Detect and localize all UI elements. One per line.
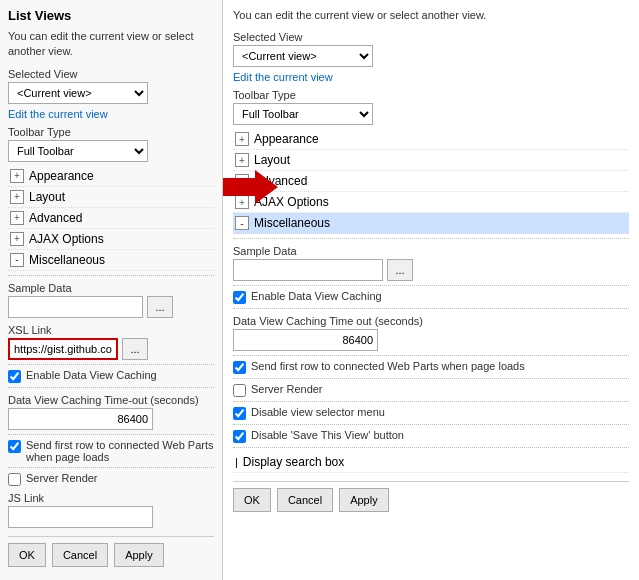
left-caching-timeout-label: Data View Caching Time-out (seconds): [8, 394, 214, 406]
left-xsl-link-btn[interactable]: ...: [122, 338, 148, 360]
right-tree-layout[interactable]: + Layout: [233, 150, 629, 171]
right-divider1: [233, 238, 629, 239]
right-checkbox-send-first-input[interactable]: [233, 361, 246, 374]
left-checkbox-caching: Enable Data View Caching: [8, 369, 214, 383]
right-divider2: [233, 285, 629, 286]
left-checkbox-caching-input[interactable]: [8, 370, 21, 383]
right-cancel-btn[interactable]: Cancel: [277, 488, 333, 512]
right-tree-appearance[interactable]: + Appearance: [233, 129, 629, 150]
left-toolbar-select[interactable]: Full Toolbar: [8, 140, 148, 162]
right-caching-timeout-label: Data View Caching Time out (seconds): [233, 315, 629, 327]
right-selected-view-row: <Current view>: [233, 45, 629, 67]
right-tree-advanced[interactable]: + Advanced: [233, 171, 629, 192]
right-checkbox-caching-input[interactable]: [233, 291, 246, 304]
left-tree-layout[interactable]: + Layout: [8, 187, 214, 208]
left-tree-misc[interactable]: - Miscellaneous: [8, 250, 214, 271]
right-tree-appearance-label: Appearance: [254, 132, 319, 146]
right-apply-btn[interactable]: Apply: [339, 488, 389, 512]
right-sample-data-btn[interactable]: ...: [387, 259, 413, 281]
left-selected-view-select[interactable]: <Current view>: [8, 82, 148, 104]
left-xsl-link-row: ...: [8, 338, 214, 360]
right-divider7: [233, 424, 629, 425]
divider3: [8, 387, 214, 388]
plus-icon: +: [10, 190, 24, 204]
left-checkbox-server-render-label: Server Render: [26, 472, 98, 484]
left-sample-data-label: Sample Data: [8, 282, 214, 294]
right-panel-inner: You can edit the current view or select …: [233, 8, 629, 512]
right-checkbox-disable-selector-input[interactable]: [233, 407, 246, 420]
minus-icon: -: [235, 216, 249, 230]
left-js-link-label: JS Link: [8, 492, 214, 504]
left-tree-advanced[interactable]: + Advanced: [8, 208, 214, 229]
right-tree-ajax[interactable]: + AJAX Options: [233, 192, 629, 213]
left-checkbox-server-render-input[interactable]: [8, 473, 21, 486]
left-checkbox-send-first-input[interactable]: [8, 440, 21, 453]
left-tree-advanced-label: Advanced: [29, 211, 82, 225]
right-checkbox-disable-selector-label: Disable view selector menu: [251, 406, 385, 418]
left-sample-data-row: ...: [8, 296, 214, 318]
left-caching-timeout-row: [8, 408, 214, 430]
divider1: [8, 275, 214, 276]
left-panel-desc: You can edit the current view or select …: [8, 29, 214, 60]
right-divider8: [233, 447, 629, 448]
right-panel: You can edit the current view or select …: [223, 0, 639, 580]
right-tree-misc[interactable]: - Miscellaneous: [233, 213, 629, 234]
left-selected-view-label: Selected View: [8, 68, 214, 80]
left-tree-ajax-label: AJAX Options: [29, 232, 104, 246]
left-checkbox-server-render: Server Render: [8, 472, 214, 486]
left-panel-title: List Views: [8, 8, 214, 23]
right-display-search-label: Display search box: [243, 455, 344, 469]
divider2: [8, 364, 214, 365]
left-sample-data-input[interactable]: [8, 296, 143, 318]
left-checkbox-send-first-label: Send first row to connected Web Parts wh…: [26, 439, 214, 463]
left-toolbar-row: Full Toolbar: [8, 140, 214, 162]
left-bottom-buttons: OK Cancel Apply: [8, 536, 214, 567]
left-caching-timeout-input[interactable]: [8, 408, 153, 430]
right-sample-data-input[interactable]: [233, 259, 383, 281]
left-xsl-link-input[interactable]: [8, 338, 118, 360]
left-selected-view-row: <Current view>: [8, 82, 214, 104]
right-selected-view-select[interactable]: <Current view>: [233, 45, 373, 67]
plus-icon: +: [235, 174, 249, 188]
divider4: [8, 434, 214, 435]
right-checkbox-caching-label: Enable Data View Caching: [251, 290, 382, 302]
right-edit-link[interactable]: Edit the current view: [233, 71, 629, 83]
divider5: [8, 467, 214, 468]
right-toolbar-label: Toolbar Type: [233, 89, 629, 101]
right-toolbar-row: Full Toolbar: [233, 103, 629, 125]
plus-icon: +: [235, 132, 249, 146]
left-edit-link[interactable]: Edit the current view: [8, 108, 214, 120]
right-checkbox-send-first: Send first row to connected Web Parts wh…: [233, 360, 629, 374]
right-toolbar-select[interactable]: Full Toolbar: [233, 103, 373, 125]
right-selected-view-label: Selected View: [233, 31, 629, 43]
right-divider4: [233, 355, 629, 356]
right-checkbox-server-render-label: Server Render: [251, 383, 323, 395]
left-ok-btn[interactable]: OK: [8, 543, 46, 567]
right-checkbox-disable-save-input[interactable]: [233, 430, 246, 443]
plus-icon: +: [235, 195, 249, 209]
minus-icon: -: [10, 253, 24, 267]
left-js-link-row: [8, 506, 214, 528]
right-caching-timeout-input[interactable]: [233, 329, 378, 351]
plus-icon: +: [10, 211, 24, 225]
left-sample-data-btn[interactable]: ...: [147, 296, 173, 318]
right-sample-data-row: ...: [233, 259, 629, 281]
right-desc: You can edit the current view or select …: [233, 8, 629, 23]
right-checkbox-server-render-input[interactable]: [233, 384, 246, 397]
left-tree-appearance[interactable]: + Appearance: [8, 166, 214, 187]
left-apply-btn[interactable]: Apply: [114, 543, 164, 567]
right-checkbox-server-render: Server Render: [233, 383, 629, 397]
left-cancel-btn[interactable]: Cancel: [52, 543, 108, 567]
plus-icon: +: [10, 169, 24, 183]
right-checkbox-caching: Enable Data View Caching: [233, 290, 629, 304]
left-tree-ajax[interactable]: + AJAX Options: [8, 229, 214, 250]
left-tree-appearance-label: Appearance: [29, 169, 94, 183]
left-js-link-input[interactable]: [8, 506, 153, 528]
right-divider5: [233, 378, 629, 379]
right-display-search[interactable]: | Display search box: [233, 452, 629, 473]
right-tree-advanced-label: Advanced: [254, 174, 307, 188]
right-divider6: [233, 401, 629, 402]
right-ok-btn[interactable]: OK: [233, 488, 271, 512]
right-divider3: [233, 308, 629, 309]
plus-icon: +: [10, 232, 24, 246]
